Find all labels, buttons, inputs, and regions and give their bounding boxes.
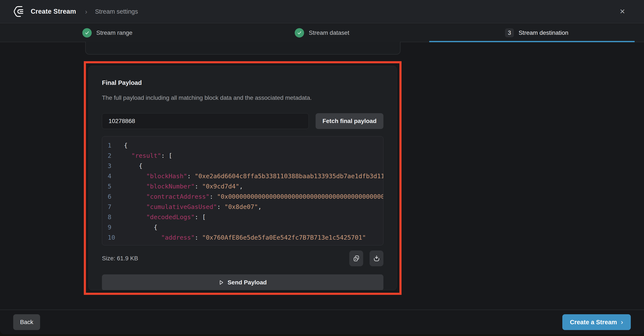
copy-icon	[353, 255, 360, 262]
code-text: {	[124, 222, 383, 232]
final-payload-title: Final Payload	[102, 79, 384, 86]
code-line: 8 "decodedLogs": [	[108, 212, 383, 222]
download-icon	[373, 255, 380, 262]
code-action-buttons	[349, 250, 384, 266]
step-bar: Stream rangeStream dataset3Stream destin…	[0, 24, 644, 42]
block-number-input[interactable]	[102, 113, 309, 129]
step-number-badge: 3	[505, 28, 514, 37]
code-line: 3 {	[108, 161, 383, 171]
code-line: 2 "result": [	[108, 150, 383, 161]
send-payload-label: Send Payload	[228, 279, 267, 286]
step-label: Stream dataset	[309, 30, 349, 36]
fetch-final-payload-button[interactable]: Fetch final payload	[316, 113, 384, 129]
download-payload-button[interactable]	[370, 250, 384, 266]
step-label: Stream destination	[518, 30, 568, 36]
stream-logo-icon	[13, 6, 26, 17]
code-line: 5 "blockNumber": "0x9cd7d4",	[108, 181, 383, 192]
line-number: 2	[108, 150, 118, 161]
code-line: 1{	[108, 140, 383, 150]
line-number: 1	[108, 140, 118, 150]
back-button[interactable]: Back	[13, 314, 40, 330]
close-button[interactable]: ✕	[620, 8, 625, 15]
line-number: 10	[108, 232, 118, 242]
code-text: "blockHash": "0xe2a6d6604c8ffa5b33811038…	[124, 171, 383, 181]
create-stream-window: Create Stream › Stream settings ✕ Stream…	[0, 0, 644, 334]
active-step-underline	[429, 41, 634, 42]
code-line: 7 "cumulativeGasUsed": "0x8de07",	[108, 202, 383, 212]
line-number: 4	[108, 171, 118, 181]
final-payload-description: The full payload including all matching …	[102, 94, 384, 101]
copy-payload-button[interactable]	[349, 250, 363, 266]
chevron-right-icon: ›	[621, 318, 623, 326]
check-icon	[82, 28, 92, 38]
breadcrumb-chevron-icon: ›	[85, 8, 88, 16]
previous-card-partial	[85, 42, 400, 54]
code-text: {	[124, 140, 383, 150]
breadcrumb: Stream settings	[95, 8, 138, 15]
step-stream-dataset[interactable]: Stream dataset	[215, 24, 430, 42]
step-stream-destination[interactable]: 3Stream destination	[429, 24, 644, 42]
line-number: 9	[108, 222, 118, 232]
payload-code-viewer[interactable]: 1{2 "result": [3 {4 "blockHash": "0xe2a6…	[102, 136, 384, 246]
create-stream-button[interactable]: Create a Stream ›	[562, 314, 631, 330]
line-number: 8	[108, 212, 118, 222]
line-number: 5	[108, 181, 118, 192]
code-line: 10 "address": "0x760AfE86e5de5fa0Ee542fc…	[108, 232, 383, 242]
line-number: 6	[108, 192, 118, 202]
code-line: 4 "blockHash": "0xe2a6d6604c8ffa5b338110…	[108, 171, 383, 181]
code-text: "cumulativeGasUsed": "0x8de07",	[124, 202, 383, 212]
check-icon	[295, 28, 304, 38]
header-title-group: Create Stream › Stream settings	[13, 6, 138, 17]
size-row: Size: 61.9 KB	[102, 250, 384, 266]
code-text: "contractAddress": "0x000000000000000000…	[124, 192, 383, 202]
code-text: "decodedLogs": [	[124, 212, 383, 222]
header-bar: Create Stream › Stream settings ✕	[0, 0, 644, 24]
code-text: "result": [	[124, 150, 383, 161]
line-number: 7	[108, 202, 118, 212]
line-number: 3	[108, 161, 118, 171]
code-text: "blockNumber": "0x9cd7d4",	[124, 181, 383, 192]
annotation-red-box: Final Payload The full payload including…	[84, 61, 402, 295]
code-text: {	[124, 161, 383, 171]
page-title: Create Stream	[31, 8, 76, 15]
main-content: Final Payload The full payload including…	[0, 43, 644, 310]
fetch-row: Fetch final payload	[102, 113, 384, 129]
play-icon	[218, 280, 224, 285]
code-text: "address": "0x760AfE86e5de5fa0Ee542fc7B7…	[124, 232, 383, 242]
step-label: Stream range	[96, 30, 133, 36]
payload-size-label: Size: 61.9 KB	[102, 255, 138, 262]
create-stream-label: Create a Stream	[570, 319, 617, 326]
footer-bar: Back Create a Stream ›	[0, 310, 644, 334]
step-stream-range[interactable]: Stream range	[0, 24, 215, 42]
send-payload-button[interactable]: Send Payload	[102, 274, 384, 290]
code-line: 6 "contractAddress": "0x0000000000000000…	[108, 192, 383, 202]
code-line: 9 {	[108, 222, 383, 232]
final-payload-card: Final Payload The full payload including…	[88, 66, 397, 290]
